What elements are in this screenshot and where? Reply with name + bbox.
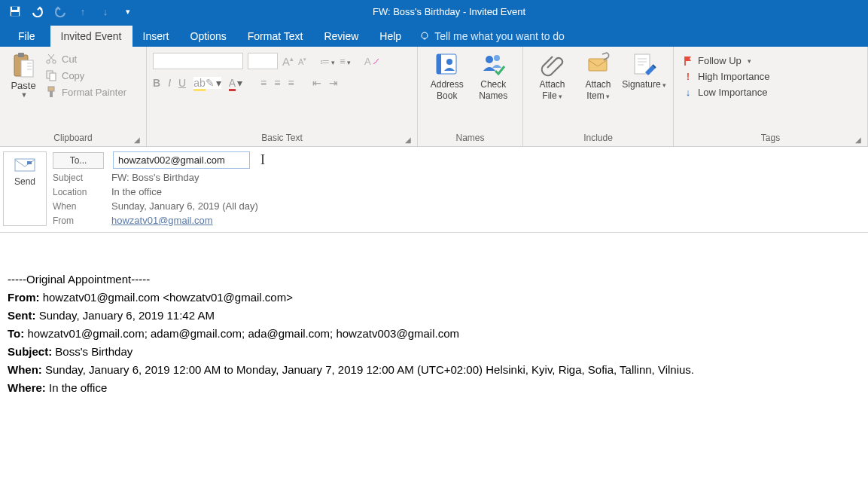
from-value[interactable]: howzatv01@gmail.com <box>111 215 213 226</box>
numbering-icon[interactable]: ≡▾ <box>340 56 351 67</box>
envelope-icon <box>14 158 35 172</box>
shrink-font-icon[interactable]: A▾ <box>298 57 306 66</box>
high-importance-label: High Importance <box>698 71 769 82</box>
align-left-icon[interactable]: ≡ <box>260 77 266 89</box>
italic-button[interactable]: I <box>168 77 171 89</box>
body-from-label: From: <box>8 291 40 304</box>
align-center-icon[interactable]: ≡ <box>274 77 280 89</box>
bold-button[interactable]: B <box>153 77 160 89</box>
group-label-basic-text: Basic Text <box>261 133 302 143</box>
send-button[interactable]: Send <box>3 151 47 226</box>
tab-file[interactable]: File <box>8 26 50 47</box>
high-importance-button[interactable]: ! High Importance <box>680 69 772 84</box>
low-importance-button[interactable]: ↓ Low Importance <box>680 84 772 100</box>
signature-label: Signature <box>622 79 660 90</box>
underline-button[interactable]: U <box>178 77 186 89</box>
group-label-include: Include <box>583 133 613 143</box>
check-names-icon <box>480 51 506 77</box>
svg-rect-23 <box>27 161 32 164</box>
body-sent-label: Sent: <box>8 309 36 322</box>
location-value: In the office <box>111 186 162 197</box>
attach-item-button[interactable]: Attach Item▾ <box>575 50 621 102</box>
highlight-button[interactable]: ab✎▾ <box>193 77 221 89</box>
cut-button[interactable]: Cut <box>45 53 126 65</box>
attach-item-icon <box>586 51 611 77</box>
lightbulb-icon <box>419 31 430 41</box>
copy-button[interactable]: Copy <box>45 69 126 81</box>
tab-invited-event[interactable]: Invited Event <box>50 26 132 47</box>
svg-rect-3 <box>11 12 19 16</box>
group-names: Address Book Check Names Names <box>418 47 523 146</box>
decrease-indent-icon[interactable]: ⇤ <box>312 77 321 89</box>
to-field[interactable] <box>113 151 250 169</box>
text-cursor-icon: I <box>260 152 265 168</box>
ribbon: Paste ▼ Cut Copy Format Painter Clipboar… <box>0 47 868 147</box>
tab-options[interactable]: Options <box>180 26 237 47</box>
body-subject-label: Subject: <box>8 345 52 358</box>
signature-button[interactable]: Signature▾ <box>621 50 667 90</box>
svg-rect-22 <box>15 159 35 171</box>
arrow-up-icon[interactable]: ↑ <box>75 4 90 19</box>
body-sent-value: Sunday, January 6, 2019 11:42 AM <box>39 309 215 322</box>
format-painter-label: Format Painter <box>62 87 126 98</box>
attach-file-button[interactable]: Attach File▾ <box>529 50 575 102</box>
check-names-label: Check Names <box>479 79 507 101</box>
svg-point-10 <box>53 60 56 63</box>
dialog-launcher-icon[interactable]: ◢ <box>405 136 411 144</box>
clear-formatting-icon[interactable]: A⟋ <box>364 56 381 67</box>
tab-insert[interactable]: Insert <box>132 26 180 47</box>
address-book-icon <box>434 51 460 77</box>
tab-format-text[interactable]: Format Text <box>237 26 314 47</box>
font-color-button[interactable]: A▾ <box>229 77 242 89</box>
body-to-label: To: <box>8 327 24 340</box>
group-tags: Follow Up▾ ! High Importance ↓ Low Impor… <box>674 47 868 146</box>
save-icon[interactable] <box>8 4 23 19</box>
format-painter-button[interactable]: Format Painter <box>45 86 126 98</box>
svg-point-19 <box>494 55 500 61</box>
copy-label: Copy <box>62 70 84 81</box>
dialog-launcher-icon[interactable]: ◢ <box>134 136 140 144</box>
follow-up-button[interactable]: Follow Up▾ <box>680 53 772 69</box>
from-label: From <box>51 215 102 226</box>
svg-rect-2 <box>12 7 17 10</box>
when-value: Sunday, January 6, 2019 (All day) <box>111 200 258 212</box>
dialog-launcher-icon[interactable]: ◢ <box>855 136 861 144</box>
subject-label: Subject <box>51 173 102 183</box>
quick-access-toolbar: ↑ ↓ ▾ <box>0 4 136 19</box>
to-button[interactable]: To... <box>53 152 104 169</box>
ribbon-tabs: File Invited Event Insert Options Format… <box>0 23 868 47</box>
body-from-value: howzatv01@gmail.com <howzatv01@gmail.com… <box>43 291 293 304</box>
qat-customize-icon[interactable]: ▾ <box>120 4 136 19</box>
tell-me-search[interactable]: Tell me what you want to do <box>412 26 572 47</box>
svg-point-9 <box>47 60 50 63</box>
grow-font-icon[interactable]: A▴ <box>282 55 294 68</box>
subject-value[interactable]: FW: Boss's Birthday <box>111 172 199 183</box>
font-name-combo[interactable] <box>153 53 243 69</box>
increase-indent-icon[interactable]: ⇥ <box>329 77 338 89</box>
arrow-down-blue-icon: ↓ <box>683 87 693 98</box>
font-size-combo[interactable] <box>248 53 278 69</box>
group-label-clipboard: Clipboard <box>53 133 92 143</box>
scissors-icon <box>45 53 57 65</box>
tab-help[interactable]: Help <box>369 26 412 47</box>
redo-icon[interactable] <box>53 4 68 19</box>
undo-icon[interactable] <box>30 4 45 19</box>
low-importance-label: Low Importance <box>698 87 768 98</box>
message-body[interactable]: -----Original Appointment----- From: how… <box>0 233 868 405</box>
body-where-value: In the office <box>49 381 107 394</box>
address-book-button[interactable]: Address Book <box>424 50 471 102</box>
group-label-names: Names <box>455 133 484 143</box>
message-header: Send To... I Subject FW: Boss's Birthday… <box>0 147 868 233</box>
svg-point-4 <box>422 32 428 38</box>
svg-rect-12 <box>50 73 56 81</box>
follow-up-label: Follow Up <box>698 55 742 66</box>
check-names-button[interactable]: Check Names <box>471 50 517 102</box>
paste-button[interactable]: Paste ▼ <box>6 50 41 99</box>
arrow-down-icon[interactable]: ↓ <box>98 4 113 19</box>
bullets-icon[interactable]: ≔▾ <box>320 56 335 67</box>
copy-icon <box>45 69 57 81</box>
align-right-icon[interactable]: ≡ <box>288 77 294 89</box>
body-divider: -----Original Appointment----- <box>8 270 860 289</box>
tab-review[interactable]: Review <box>313 26 369 47</box>
cut-label: Cut <box>62 53 77 65</box>
